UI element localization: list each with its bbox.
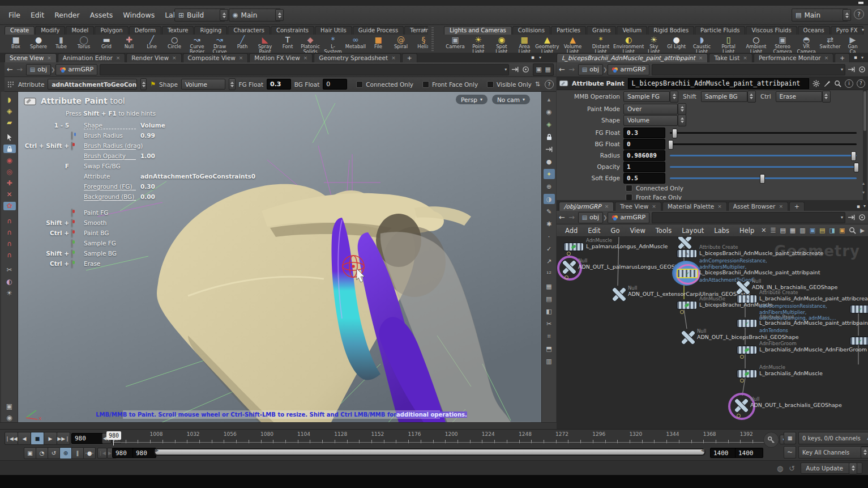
shelf-tool-area-light[interactable]: ▦Area Light <box>513 35 536 53</box>
shelf-tab-particles[interactable]: Particles <box>551 26 586 35</box>
node-null-node[interactable] <box>677 237 691 249</box>
keys-info-button[interactable]: 0 keys, 0/0 channels▴ <box>798 432 868 444</box>
viewport-node-chip[interactable]: armGRP <box>55 64 98 75</box>
show-handles-icon[interactable]: ◗ <box>3 95 16 104</box>
network-path-field[interactable]: ▾ <box>652 212 845 223</box>
node-l-bicepsbrachii-adnmuscle-paint-attribcreate[interactable]: ✎ <box>677 249 697 258</box>
checkbox[interactable] <box>356 81 363 88</box>
param-field-fg-float[interactable]: 0.3 <box>623 128 665 138</box>
params-back-icon[interactable]: ← <box>559 65 565 74</box>
viewport-forward-icon[interactable]: → <box>16 65 23 74</box>
shelf-tool-tube[interactable]: ▮Tube <box>50 35 72 50</box>
desktop-selector[interactable]: ◉Main <box>229 9 281 22</box>
shelf-tool-sphere[interactable]: ●Sphere <box>27 35 50 50</box>
memory-usage-icon[interactable]: ◍ <box>777 464 783 473</box>
shelf-tool-ambient-light[interactable]: ○Ambient Light <box>741 35 771 53</box>
param-slider-radius[interactable] <box>670 150 857 160</box>
camera-menu[interactable]: No cam▾ <box>492 95 530 104</box>
current-frame-field[interactable]: 980 <box>71 433 104 444</box>
playhead-flag[interactable]: 980 <box>106 431 121 440</box>
template-icon[interactable]: ▥ <box>544 356 555 366</box>
shelf-tool-portal-light[interactable]: ▯Portal Light <box>716 35 741 53</box>
shelf-tool-stereo-camera[interactable]: ▣Stereo Camera <box>771 35 794 53</box>
spinner-control[interactable] <box>678 114 686 126</box>
shelf-tool-path[interactable]: ╱Path <box>231 35 254 50</box>
prev-key-button[interactable]: ❘◀ <box>97 448 107 459</box>
move-light-icon[interactable]: ⊕ <box>544 181 555 192</box>
main-right-spinner[interactable] <box>843 9 851 21</box>
set-key-button[interactable] <box>763 432 779 448</box>
show-uv-icon[interactable]: ▰ <box>3 118 16 126</box>
shelf-tab-polygon[interactable]: Polygon <box>95 26 128 35</box>
dropdown-caret-icon[interactable]: ▾ <box>504 67 507 72</box>
menu-file[interactable]: File <box>3 11 25 19</box>
shelf-tool-file[interactable]: ■File <box>367 35 390 50</box>
shelf-tab-particle-fluids[interactable]: Particle Fluids <box>695 26 745 35</box>
slider-handle[interactable] <box>668 140 673 150</box>
viewport-back-icon[interactable]: ← <box>7 65 13 74</box>
shelf-tab-create[interactable]: Create <box>5 26 35 35</box>
node-l-brachialis-adnmuscle-adnfibergroom[interactable] <box>737 346 757 354</box>
shelf-tool-torus[interactable]: ◯Torus <box>72 35 95 50</box>
dropdown-caret-icon[interactable]: ▾ <box>861 55 863 60</box>
params-gear-icon[interactable] <box>813 80 820 87</box>
network-menu-add[interactable]: Add <box>560 227 583 235</box>
realtime-toggle[interactable]: ⊕ <box>59 447 72 459</box>
shelf-tab-model[interactable]: Model <box>66 26 94 35</box>
node-l-brachialis-adnmuscle-paint-attribpaint[interactable]: ✓ <box>737 319 757 328</box>
node-name-field[interactable]: L_bicepsBrachii_AdnMuscle_paint_attribpa… <box>628 78 809 89</box>
fg-float-field[interactable]: 0.3 <box>267 79 291 90</box>
viewport-follow-icon[interactable] <box>522 66 529 73</box>
group-list-icon[interactable]: ▤ <box>544 294 555 304</box>
network-tab-1[interactable]: Tree View× <box>615 202 661 211</box>
network-menu-edit[interactable]: Edit <box>583 227 605 235</box>
close-tab-icon[interactable]: × <box>391 55 396 61</box>
shelf-tool-geometry-light[interactable]: ▲Geometry Light <box>536 35 558 53</box>
scroll-up-icon[interactable]: ▴ <box>544 94 555 104</box>
attribute-spinner[interactable] <box>140 78 147 90</box>
go-start-button[interactable]: ❘◀◀ <box>5 432 18 445</box>
annotate-icon[interactable]: ✎ <box>544 206 555 217</box>
update-mode-select[interactable]: Auto Update <box>801 462 862 474</box>
network-new-tab-button[interactable]: + <box>789 202 805 211</box>
audio-toggle[interactable]: ◔ <box>36 447 48 459</box>
shelf-tab-vellum[interactable]: Vellum <box>617 26 647 35</box>
shelf-tool-spot-light[interactable]: ◉Spot Light <box>490 35 513 53</box>
close-tab-icon[interactable]: × <box>824 55 829 61</box>
dropdown-caret-icon[interactable]: ▾ <box>539 55 541 60</box>
shelf-tool-switcher[interactable]: ⇄Switcher <box>819 35 841 50</box>
check-visible-only[interactable]: Visible Only <box>487 81 532 88</box>
network-search-icon[interactable] <box>849 227 856 234</box>
left-pane-new-tab-button[interactable]: + <box>402 53 417 62</box>
scroll-down-icon[interactable]: ▾ <box>862 190 865 195</box>
snap-points-icon[interactable]: ∩ <box>3 239 16 248</box>
param-slider-opacity[interactable] <box>670 162 857 172</box>
shelf-tool-distant-light[interactable]: *Distant Light <box>587 35 614 53</box>
split-view-icon[interactable]: ◧ <box>544 306 555 316</box>
node-l-bicepsbrachii-adnmuscle[interactable] <box>677 301 697 309</box>
tools-icon[interactable]: ✕ <box>761 227 766 234</box>
network-root-chip[interactable]: ▤obj <box>578 212 603 223</box>
points-display-icon[interactable]: · <box>544 231 555 241</box>
snapshot-icon[interactable]: ▣ <box>536 66 541 73</box>
param-select-shape[interactable]: Volume <box>623 115 678 126</box>
shelf-tool-spiral[interactable]: @Spiral <box>390 35 412 50</box>
go-end-button[interactable]: ▶▶❘ <box>57 432 70 445</box>
close-tab-icon[interactable]: × <box>699 55 703 61</box>
shelf-tool-vr-camera[interactable]: ◓VR Camera <box>794 35 819 53</box>
left-pane-tab-5[interactable]: Geometry Spreadsheet× <box>314 53 400 62</box>
slider-handle[interactable] <box>760 174 765 184</box>
param-field-opacity[interactable]: 1 <box>623 162 665 172</box>
network-menu-go[interactable]: Go <box>606 227 625 235</box>
close-tab-icon[interactable]: × <box>239 55 243 61</box>
params-node-chip[interactable]: armGRP <box>608 64 650 75</box>
pane-split-icon[interactable]: ▪ <box>854 54 857 60</box>
close-tab-icon[interactable]: × <box>47 55 52 61</box>
network-menu-help[interactable]: Help <box>734 227 759 235</box>
close-tab-icon[interactable]: × <box>172 55 177 61</box>
shelf-tool-curve-bezier[interactable]: ↝Curve Bezier <box>186 35 208 53</box>
translate-tool-icon[interactable]: ◉ <box>3 156 16 164</box>
shelfset-selector[interactable]: ⊞Build <box>174 9 225 22</box>
playback-range-slider[interactable]: ▶◀ <box>154 448 705 456</box>
recook-icon[interactable]: ↺ <box>789 464 795 473</box>
